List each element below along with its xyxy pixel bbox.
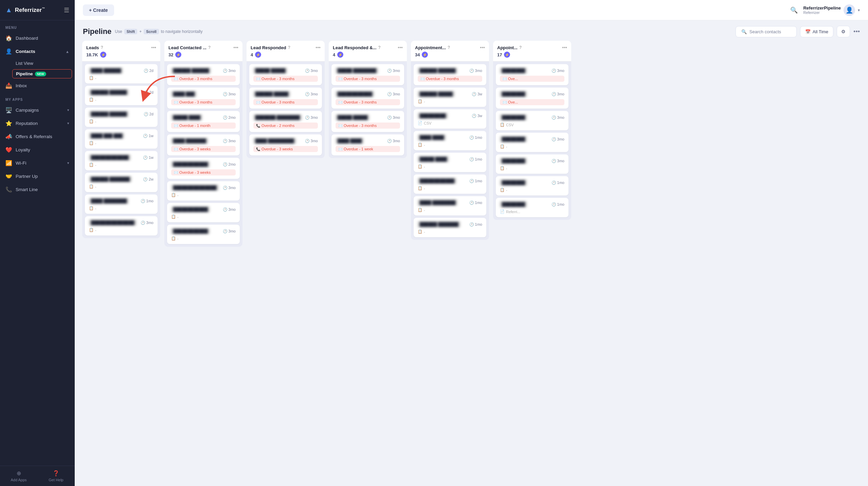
pipeline-header: Pipeline Use Shift + Scroll to navigate …: [75, 20, 868, 41]
col-cards-appointment2: ████████ 🕐 3mo ✉️ Ove... ████████ 🕐 3mo …: [493, 61, 571, 220]
time-value: 3mo: [557, 69, 564, 73]
sidebar-item-contacts[interactable]: 👤 Contacts ▲: [0, 45, 75, 58]
col-cards-lead-contacted: ██████ ██████ 🕐 3mo ✉️ Overdue - 3 month…: [164, 61, 242, 247]
kanban-card[interactable]: ████████ 🕐 3mo ✉️ Ove...: [496, 88, 568, 109]
col-more-button[interactable]: •••: [233, 45, 238, 50]
sidebar-item-wifi[interactable]: 📶 Wi-Fi ▾: [0, 156, 75, 170]
sidebar-item-loyalty[interactable]: ❤️ Loyalty: [0, 143, 75, 156]
meta-icon: 📋: [418, 186, 422, 190]
col-more-button[interactable]: •••: [151, 45, 156, 50]
kanban-card[interactable]: █████ █████ 🕐 3mo ✉️ Overdue - 3 months: [249, 64, 322, 85]
kanban-card[interactable]: ████████ 🕐 3mo 📋 CSV: [496, 111, 568, 130]
col-help-icon[interactable]: ?: [378, 45, 381, 50]
card-name: ████████████: [171, 161, 210, 167]
card-time: 🕐 3mo: [305, 69, 318, 73]
col-help-icon[interactable]: ?: [448, 45, 450, 50]
kanban-card[interactable]: ████████ 🕐 1mo 📄 Referri...: [496, 198, 568, 217]
kanban-card[interactable]: █████ ████ 🕐 2mo ✉️ Overdue - 1 month: [167, 111, 240, 132]
get-help-button[interactable]: ❓ Get Help: [37, 470, 75, 482]
kanban-card[interactable]: ██████ ███████ 🕐 1mo 📋 -: [414, 218, 486, 237]
sidebar-item-inbox[interactable]: 📥 Inbox: [0, 79, 75, 92]
card-time: 🕐 3mo: [469, 69, 482, 73]
col-more-button[interactable]: •••: [480, 45, 485, 50]
meta-value: Referri...: [506, 210, 520, 214]
main-content: + Create 🔍 ReferrizerPipeline Referrizer…: [75, 0, 868, 486]
sidebar-item-partner[interactable]: 🤝 Partner Up: [0, 170, 75, 183]
kanban-card[interactable]: ████████ 🕐 1mo 📋 -: [496, 176, 568, 195]
col-help-icon[interactable]: ?: [288, 45, 290, 50]
kanban-card[interactable]: ████ ██████ 🕐 2d 📋 -: [85, 64, 158, 83]
sidebar-item-dashboard[interactable]: 🏠 Dashboard: [0, 32, 75, 45]
sidebar-item-list-view[interactable]: List View: [0, 58, 75, 69]
kanban-card[interactable]: ████████ 🕐 3mo ✉️ Ove...: [496, 64, 568, 85]
col-more-button[interactable]: •••: [562, 45, 567, 50]
sidebar-item-smartline[interactable]: 📞 Smart Line: [0, 183, 75, 196]
kanban-card[interactable]: ████ █████████ 🕐 3mo 📞 Overdue - 3 weeks: [249, 134, 322, 155]
kanban-card[interactable]: ████ ████████ 🕐 1mo 📋 -: [414, 196, 486, 216]
col-more-button[interactable]: •••: [315, 45, 321, 50]
card-top: ████ ████████ 🕐 1mo: [418, 200, 482, 206]
card-name: ████████████: [336, 91, 374, 97]
filter-button[interactable]: ⚙: [837, 26, 850, 37]
alltime-filter-button[interactable]: 📅 All Time: [800, 26, 833, 37]
kanban-card[interactable]: ██████ ███████ 🕐 2w 📋 -: [85, 173, 158, 192]
kanban-card[interactable]: ████████████ 🕐 1mo 📋 -: [414, 174, 486, 194]
hamburger-icon[interactable]: ☰: [64, 6, 69, 14]
page-title: Pipeline: [83, 27, 111, 36]
card-time: 🕐 3mo: [223, 207, 236, 212]
reputation-icon: ⭐: [5, 120, 12, 127]
kanban-card[interactable]: ████████ 🕐 3mo 📋 -: [496, 154, 568, 174]
kanban-card[interactable]: █████████████ 🕐 1w 📋 -: [85, 151, 158, 170]
kanban-card[interactable]: ██████ █████ 🕐 3w 📋 -: [414, 88, 486, 107]
user-chevron-icon[interactable]: ▾: [858, 8, 860, 13]
col-help-icon[interactable]: ?: [208, 45, 211, 50]
kanban-card[interactable]: ████████████ 🕐 2mo ✉️ Overdue - 3 weeks: [167, 158, 240, 179]
col-help-icon[interactable]: ?: [101, 45, 103, 50]
sidebar-item-pipeline[interactable]: Pipeline New: [12, 69, 72, 78]
sidebar-item-reputation[interactable]: ⭐ Reputation ▾: [0, 117, 75, 130]
sidebar-item-offers[interactable]: 📣 Offers & Referrals: [0, 130, 75, 143]
kanban-card[interactable]: ████████████ 🕐 3mo 📋 -: [167, 203, 240, 222]
kanban-card[interactable]: ████████████ 🕐 3mo 📋 -: [167, 225, 240, 244]
kanban-card[interactable]: ████████ 🕐 3mo 📋 -: [496, 133, 568, 152]
time-value: 1w: [149, 155, 153, 160]
kanban-card[interactable]: █████████ 🕐 3w 📄 CSV: [414, 109, 486, 129]
more-options-button[interactable]: •••: [853, 28, 860, 35]
card-meta: 📋 -: [89, 97, 153, 102]
kanban-card[interactable]: ████ ████ 🕐 3mo ✉️ Overdue - 1 week: [331, 134, 404, 155]
kanban-card[interactable]: ██████ ██████ 🕐 3mo ✉️ Overdue - 3 month…: [414, 64, 486, 85]
kanban-card[interactable]: ████ ████ 🕐 1mo 📋 -: [414, 131, 486, 150]
kanban-card[interactable]: ███████████████ 🕐 3mo 📋 -: [85, 216, 158, 236]
kanban-card[interactable]: ███████ ████████ 🕐 3mo 📞 Overdue - 2 mon…: [249, 111, 322, 132]
meta-value: -: [424, 143, 425, 147]
kanban-card[interactable]: ████████████ 🕐 3mo ✉️ Overdue - 3 months: [331, 88, 404, 109]
meta-icon: 📋: [89, 228, 94, 232]
card-top: █████████ 🕐 3w: [418, 113, 482, 119]
kanban-card[interactable]: ████ ███-███ 🕐 1w 📋 -: [85, 129, 158, 149]
contacts-submenu: List View Pipeline New: [0, 58, 75, 79]
kanban-card[interactable]: █████ ████████ 🕐 3mo ✉️ Overdue - 3 mont…: [331, 64, 404, 85]
search-contacts-button[interactable]: 🔍 Search contacts: [736, 26, 797, 37]
col-help-icon[interactable]: ?: [519, 45, 522, 50]
create-button[interactable]: + Create: [83, 4, 114, 16]
add-apps-button[interactable]: ⊕ Add Apps: [0, 470, 37, 482]
card-meta: 📋 -: [500, 144, 564, 149]
kanban-card[interactable]: ██████ ██████ 🕐 3mo ✉️ Overdue - 3 month…: [167, 64, 240, 85]
col-more-button[interactable]: •••: [398, 45, 403, 50]
kanban-card[interactable]: ██████ ██████ 🕐 2d 📋 -: [85, 86, 158, 105]
clock-icon: 🕐: [472, 92, 476, 96]
card-name: ██████ ██████: [171, 68, 211, 74]
kanban-card[interactable]: ████ ███████ 🕐 3mo ✉️ Overdue - 3 weeks: [167, 134, 240, 155]
search-button[interactable]: 🔍: [790, 6, 798, 14]
topbar-left: + Create: [83, 4, 114, 16]
overdue-badge: ✉️ Overdue - 3 months: [336, 99, 400, 105]
kanban-card[interactable]: ████ ███ 🕐 3mo ✉️ Overdue - 3 months: [167, 88, 240, 109]
kanban-card[interactable]: █████ █████ 🕐 3mo ✉️ Overdue - 3 months: [331, 111, 404, 132]
card-top: ████████████ 🕐 3mo: [336, 91, 400, 97]
kanban-card[interactable]: ███████████████ 🕐 3mo 📋 -: [167, 181, 240, 201]
kanban-card[interactable]: ██████ ██████ 🕐 2d 📋 -: [85, 108, 158, 127]
sidebar-item-campaigns[interactable]: 🖥️ Campaigns ▾: [0, 104, 75, 117]
kanban-card[interactable]: ████ ████████ 🕐 1mo 📋 -: [85, 194, 158, 214]
kanban-card[interactable]: █████ ████ 🕐 1mo 📋 -: [414, 153, 486, 172]
kanban-card[interactable]: ██████ █████ 🕐 3mo ✉️ Overdue - 3 months: [249, 88, 322, 109]
